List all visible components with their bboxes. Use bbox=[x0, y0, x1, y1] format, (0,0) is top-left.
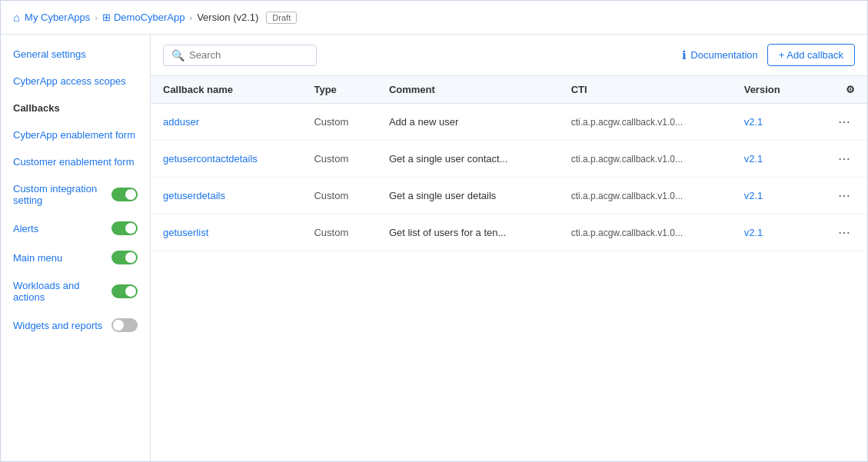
cell-callback-name[interactable]: getusercontactdetails bbox=[151, 141, 301, 178]
col-header-comment: Comment bbox=[377, 76, 559, 104]
col-header-cti: CTI bbox=[559, 76, 732, 104]
cell-comment: Add a new user bbox=[377, 104, 559, 141]
toggle-widgets-and-reports[interactable] bbox=[111, 318, 138, 332]
sidebar-item-widgets-and-reports[interactable]: Widgets and reports bbox=[1, 311, 150, 340]
sidebar-item-label-workloads-and-actions: Workloads and actions bbox=[13, 280, 111, 303]
table-header-row: Callback name Type Comment CTI Version ⚙ bbox=[151, 76, 867, 104]
breadcrumb-version: Version (v2.1) bbox=[197, 12, 258, 23]
cell-cti: cti.a.p.acgw.callback.v1.0... bbox=[559, 214, 732, 251]
add-callback-button[interactable]: + Add callback bbox=[767, 44, 855, 66]
cell-version: v2.1 bbox=[732, 104, 809, 141]
toggle-workloads-and-actions[interactable] bbox=[111, 284, 138, 298]
cell-actions: ⋯ bbox=[809, 104, 867, 141]
cell-callback-name[interactable]: getuserlist bbox=[151, 214, 301, 251]
table-row: adduserCustomAdd a new usercti.a.p.acgw.… bbox=[151, 104, 867, 141]
sidebar-item-label-callbacks: Callbacks bbox=[13, 102, 138, 114]
col-header-version: Version bbox=[732, 76, 809, 104]
sidebar-item-custom-integration-setting[interactable]: Custom integration setting bbox=[1, 175, 150, 214]
toolbar-right: ℹ Documentation + Add callback bbox=[682, 44, 855, 66]
cell-comment: Get list of users for a ten... bbox=[377, 214, 559, 251]
search-input[interactable] bbox=[189, 49, 308, 61]
cell-version: v2.1 bbox=[732, 214, 809, 251]
toggle-alerts[interactable] bbox=[111, 221, 138, 235]
row-more-button[interactable]: ⋯ bbox=[833, 224, 855, 241]
table-row: getusercontactdetailsCustomGet a single … bbox=[151, 141, 867, 178]
sidebar-item-label-cyberapp-access-scopes: CyberApp access scopes bbox=[13, 75, 138, 87]
breadcrumb-app[interactable]: ⊞DemoCyberApp bbox=[102, 12, 185, 23]
sidebar-item-customer-enablement-form[interactable]: Customer enablement form bbox=[1, 148, 150, 175]
row-more-button[interactable]: ⋯ bbox=[833, 113, 855, 131]
toolbar: 🔍 ℹ Documentation + Add callback bbox=[151, 35, 867, 76]
sidebar-item-label-custom-integration-setting: Custom integration setting bbox=[13, 183, 111, 206]
row-more-button[interactable]: ⋯ bbox=[833, 150, 855, 168]
app-container: ⌂ My CyberApps › ⊞DemoCyberApp › Version… bbox=[0, 0, 868, 462]
sidebar-item-label-main-menu: Main menu bbox=[13, 252, 111, 264]
sidebar-item-label-general-settings: General settings bbox=[13, 48, 138, 60]
cell-comment: Get a single user contact... bbox=[377, 141, 559, 178]
content-area: 🔍 ℹ Documentation + Add callback Cal bbox=[151, 35, 867, 461]
breadcrumb-sep-1: › bbox=[95, 13, 98, 22]
toggle-custom-integration-setting[interactable] bbox=[111, 188, 138, 201]
col-header-callback-name: Callback name bbox=[151, 76, 301, 104]
cell-version: v2.1 bbox=[732, 141, 809, 178]
cell-cti: cti.a.p.acgw.callback.v1.0... bbox=[559, 104, 732, 141]
cell-cti: cti.a.p.acgw.callback.v1.0... bbox=[559, 178, 732, 214]
info-icon: ℹ bbox=[682, 48, 687, 62]
cell-actions: ⋯ bbox=[809, 178, 867, 214]
draft-badge: Draft bbox=[266, 12, 297, 24]
callbacks-table-container: Callback name Type Comment CTI Version ⚙… bbox=[151, 76, 867, 461]
cell-comment: Get a single user details bbox=[377, 178, 559, 214]
sidebar-item-alerts[interactable]: Alerts bbox=[1, 214, 150, 243]
gear-icon[interactable]: ⚙ bbox=[846, 84, 855, 95]
sidebar-item-workloads-and-actions[interactable]: Workloads and actions bbox=[1, 272, 150, 311]
sidebar-item-label-cyberapp-enablement-form: CyberApp enablement form bbox=[13, 129, 138, 141]
search-icon: 🔍 bbox=[171, 49, 185, 61]
sidebar-item-cyberapp-enablement-form[interactable]: CyberApp enablement form bbox=[1, 121, 150, 148]
cell-callback-name[interactable]: getuserdetails bbox=[151, 178, 301, 214]
sidebar-item-callbacks[interactable]: Callbacks bbox=[1, 95, 150, 121]
cell-type: Custom bbox=[301, 178, 376, 214]
main-layout: General settingsCyberApp access scopesCa… bbox=[1, 35, 867, 461]
cell-type: Custom bbox=[301, 214, 376, 251]
table-row: getuserlistCustomGet list of users for a… bbox=[151, 214, 867, 251]
toggle-main-menu[interactable] bbox=[111, 251, 138, 264]
col-header-type: Type bbox=[301, 76, 376, 104]
home-icon: ⌂ bbox=[13, 11, 20, 24]
col-header-actions[interactable]: ⚙ bbox=[809, 76, 867, 104]
sidebar-item-cyberapp-access-scopes[interactable]: CyberApp access scopes bbox=[1, 68, 150, 95]
cell-type: Custom bbox=[301, 141, 376, 178]
table-row: getuserdetailsCustomGet a single user de… bbox=[151, 178, 867, 214]
cell-type: Custom bbox=[301, 104, 376, 141]
sidebar-item-general-settings[interactable]: General settings bbox=[1, 41, 150, 68]
sidebar-item-label-alerts: Alerts bbox=[13, 223, 111, 234]
sidebar-item-label-customer-enablement-form: Customer enablement form bbox=[13, 156, 138, 168]
row-more-button[interactable]: ⋯ bbox=[833, 187, 855, 204]
breadcrumb-sep-2: › bbox=[189, 13, 192, 22]
callbacks-table: Callback name Type Comment CTI Version ⚙… bbox=[151, 76, 867, 251]
documentation-button[interactable]: ℹ Documentation bbox=[682, 48, 757, 62]
breadcrumb: ⌂ My CyberApps › ⊞DemoCyberApp › Version… bbox=[1, 1, 867, 35]
search-box[interactable]: 🔍 bbox=[163, 45, 317, 66]
cell-actions: ⋯ bbox=[809, 141, 867, 178]
cell-callback-name[interactable]: adduser bbox=[151, 104, 301, 141]
breadcrumb-home[interactable]: My CyberApps bbox=[25, 12, 90, 23]
sidebar: General settingsCyberApp access scopesCa… bbox=[1, 35, 151, 461]
cell-version: v2.1 bbox=[732, 178, 809, 214]
sidebar-item-label-widgets-and-reports: Widgets and reports bbox=[13, 320, 111, 331]
sidebar-item-main-menu[interactable]: Main menu bbox=[1, 243, 150, 272]
cell-cti: cti.a.p.acgw.callback.v1.0... bbox=[559, 141, 732, 178]
cell-actions: ⋯ bbox=[809, 214, 867, 251]
